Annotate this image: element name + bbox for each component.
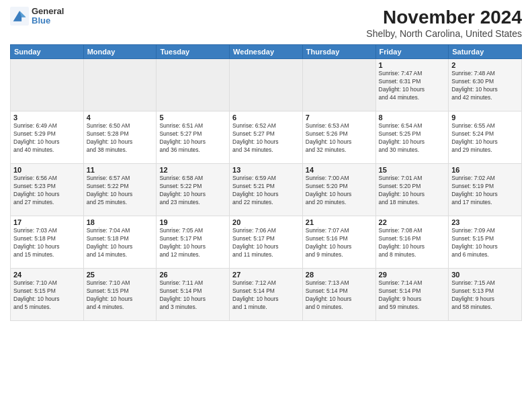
day-number: 5 (159, 113, 226, 122)
day-info: Sunrise: 6:50 AM Sunset: 5:28 PM Dayligh… (87, 122, 154, 154)
day-number: 3 (13, 113, 81, 122)
col-sunday: Sunday (11, 45, 84, 59)
table-row: 17Sunrise: 7:03 AM Sunset: 5:18 PM Dayli… (11, 216, 84, 269)
col-tuesday: Tuesday (157, 45, 230, 59)
calendar-week-row: 1Sunrise: 7:47 AM Sunset: 6:31 PM Daylig… (11, 59, 522, 111)
day-number: 25 (87, 271, 154, 279)
title-block: November 2024 Shelby, North Carolina, Un… (366, 7, 522, 39)
day-number: 19 (159, 218, 226, 226)
day-number: 21 (306, 218, 373, 226)
day-info: Sunrise: 6:52 AM Sunset: 5:27 PM Dayligh… (232, 122, 300, 154)
page-header: General Blue November 2024 Shelby, North… (10, 7, 522, 39)
day-info: Sunrise: 6:51 AM Sunset: 5:27 PM Dayligh… (159, 122, 226, 154)
day-info: Sunrise: 7:03 AM Sunset: 5:18 PM Dayligh… (13, 227, 81, 259)
day-number: 23 (451, 218, 519, 226)
day-number: 8 (379, 113, 446, 122)
day-info: Sunrise: 7:13 AM Sunset: 5:14 PM Dayligh… (306, 279, 373, 312)
calendar-week-row: 24Sunrise: 7:10 AM Sunset: 5:15 PM Dayli… (11, 269, 522, 321)
table-row (230, 59, 303, 111)
day-info: Sunrise: 6:54 AM Sunset: 5:25 PM Dayligh… (379, 122, 446, 154)
table-row: 3Sunrise: 6:49 AM Sunset: 5:29 PM Daylig… (11, 111, 84, 164)
day-info: Sunrise: 7:04 AM Sunset: 5:18 PM Dayligh… (87, 227, 154, 259)
day-info: Sunrise: 6:58 AM Sunset: 5:22 PM Dayligh… (159, 175, 226, 207)
day-info: Sunrise: 7:00 AM Sunset: 5:20 PM Dayligh… (306, 175, 373, 207)
day-info: Sunrise: 7:47 AM Sunset: 6:31 PM Dayligh… (379, 70, 446, 102)
table-row: 1Sunrise: 7:47 AM Sunset: 6:31 PM Daylig… (375, 59, 449, 111)
table-row: 6Sunrise: 6:52 AM Sunset: 5:27 PM Daylig… (230, 111, 303, 164)
day-number: 7 (306, 113, 373, 122)
day-info: Sunrise: 7:08 AM Sunset: 5:16 PM Dayligh… (379, 227, 446, 259)
table-row: 18Sunrise: 7:04 AM Sunset: 5:18 PM Dayli… (83, 216, 157, 269)
day-number: 4 (87, 113, 154, 122)
table-row: 8Sunrise: 6:54 AM Sunset: 5:25 PM Daylig… (375, 111, 449, 164)
day-info: Sunrise: 6:56 AM Sunset: 5:23 PM Dayligh… (13, 175, 81, 207)
day-number: 12 (159, 166, 226, 174)
day-info: Sunrise: 7:01 AM Sunset: 5:20 PM Dayligh… (379, 175, 446, 207)
table-row: 19Sunrise: 7:05 AM Sunset: 5:17 PM Dayli… (157, 216, 230, 269)
location-title: Shelby, North Carolina, United States (366, 28, 522, 39)
day-info: Sunrise: 7:15 AM Sunset: 5:13 PM Dayligh… (451, 279, 519, 312)
table-row: 5Sunrise: 6:51 AM Sunset: 5:27 PM Daylig… (157, 111, 230, 164)
day-number: 2 (451, 61, 519, 69)
day-number: 28 (306, 271, 373, 279)
day-number: 15 (379, 166, 446, 174)
day-info: Sunrise: 6:49 AM Sunset: 5:29 PM Dayligh… (13, 122, 81, 154)
day-number: 27 (232, 271, 300, 279)
table-row: 10Sunrise: 6:56 AM Sunset: 5:23 PM Dayli… (11, 164, 84, 216)
day-number: 20 (232, 218, 300, 226)
day-number: 6 (232, 113, 300, 122)
calendar-header-row: Sunday Monday Tuesday Wednesday Thursday… (11, 45, 522, 59)
table-row: 2Sunrise: 7:48 AM Sunset: 6:30 PM Daylig… (449, 59, 522, 111)
table-row: 26Sunrise: 7:11 AM Sunset: 5:14 PM Dayli… (157, 269, 230, 321)
calendar-table: Sunday Monday Tuesday Wednesday Thursday… (10, 44, 522, 321)
day-number: 14 (306, 166, 373, 174)
table-row: 20Sunrise: 7:06 AM Sunset: 5:17 PM Dayli… (230, 216, 303, 269)
logo-icon (10, 7, 29, 26)
col-friday: Friday (375, 45, 449, 59)
month-title: November 2024 (366, 7, 522, 28)
day-number: 9 (451, 113, 519, 122)
day-number: 22 (379, 218, 446, 226)
day-info: Sunrise: 7:14 AM Sunset: 5:14 PM Dayligh… (379, 279, 446, 312)
col-thursday: Thursday (302, 45, 375, 59)
table-row (302, 59, 375, 111)
calendar-week-row: 10Sunrise: 6:56 AM Sunset: 5:23 PM Dayli… (11, 164, 522, 216)
table-row: 14Sunrise: 7:00 AM Sunset: 5:20 PM Dayli… (302, 164, 375, 216)
day-number: 10 (13, 166, 81, 174)
col-saturday: Saturday (449, 45, 522, 59)
table-row: 28Sunrise: 7:13 AM Sunset: 5:14 PM Dayli… (302, 269, 375, 321)
logo-general-text: General (32, 7, 64, 16)
table-row: 16Sunrise: 7:02 AM Sunset: 5:19 PM Dayli… (449, 164, 522, 216)
table-row: 15Sunrise: 7:01 AM Sunset: 5:20 PM Dayli… (375, 164, 449, 216)
day-number: 1 (379, 61, 446, 69)
day-info: Sunrise: 7:07 AM Sunset: 5:16 PM Dayligh… (306, 227, 373, 259)
day-info: Sunrise: 7:06 AM Sunset: 5:17 PM Dayligh… (232, 227, 300, 259)
table-row: 4Sunrise: 6:50 AM Sunset: 5:28 PM Daylig… (83, 111, 157, 164)
table-row: 9Sunrise: 6:55 AM Sunset: 5:24 PM Daylig… (449, 111, 522, 164)
day-info: Sunrise: 7:48 AM Sunset: 6:30 PM Dayligh… (451, 70, 519, 102)
day-number: 13 (232, 166, 300, 174)
day-info: Sunrise: 7:12 AM Sunset: 5:14 PM Dayligh… (232, 279, 300, 312)
table-row: 30Sunrise: 7:15 AM Sunset: 5:13 PM Dayli… (449, 269, 522, 321)
day-info: Sunrise: 7:09 AM Sunset: 5:15 PM Dayligh… (451, 227, 519, 259)
table-row (11, 59, 84, 111)
day-number: 18 (87, 218, 154, 226)
day-info: Sunrise: 6:55 AM Sunset: 5:24 PM Dayligh… (451, 122, 519, 154)
day-number: 11 (87, 166, 154, 174)
table-row: 21Sunrise: 7:07 AM Sunset: 5:16 PM Dayli… (302, 216, 375, 269)
table-row: 25Sunrise: 7:10 AM Sunset: 5:15 PM Dayli… (83, 269, 157, 321)
table-row: 12Sunrise: 6:58 AM Sunset: 5:22 PM Dayli… (157, 164, 230, 216)
day-number: 30 (451, 271, 519, 279)
col-wednesday: Wednesday (230, 45, 303, 59)
table-row (157, 59, 230, 111)
day-number: 17 (13, 218, 81, 226)
table-row: 13Sunrise: 6:59 AM Sunset: 5:21 PM Dayli… (230, 164, 303, 216)
day-info: Sunrise: 7:02 AM Sunset: 5:19 PM Dayligh… (451, 175, 519, 207)
day-info: Sunrise: 7:05 AM Sunset: 5:17 PM Dayligh… (159, 227, 226, 259)
day-number: 16 (451, 166, 519, 174)
table-row: 23Sunrise: 7:09 AM Sunset: 5:15 PM Dayli… (449, 216, 522, 269)
day-info: Sunrise: 6:53 AM Sunset: 5:26 PM Dayligh… (306, 122, 373, 154)
col-monday: Monday (83, 45, 157, 59)
table-row: 24Sunrise: 7:10 AM Sunset: 5:15 PM Dayli… (11, 269, 84, 321)
day-number: 24 (13, 271, 81, 279)
